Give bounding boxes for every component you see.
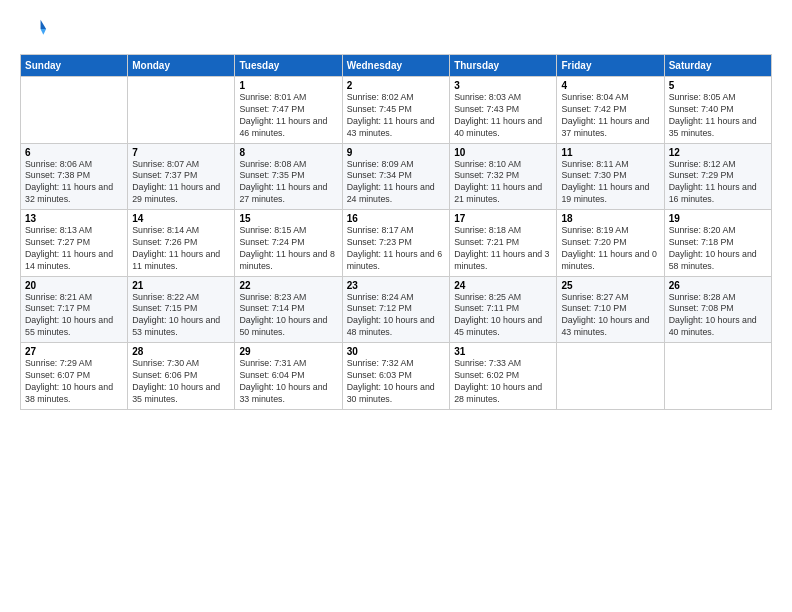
day-number: 12	[669, 147, 767, 158]
day-info: Sunrise: 8:11 AMSunset: 7:30 PMDaylight:…	[561, 159, 659, 207]
day-info: Sunrise: 8:17 AMSunset: 7:23 PMDaylight:…	[347, 225, 445, 273]
calendar-cell: 14Sunrise: 8:14 AMSunset: 7:26 PMDayligh…	[128, 210, 235, 277]
day-info: Sunrise: 8:10 AMSunset: 7:32 PMDaylight:…	[454, 159, 552, 207]
calendar-cell: 20Sunrise: 8:21 AMSunset: 7:17 PMDayligh…	[21, 276, 128, 343]
day-info: Sunrise: 8:07 AMSunset: 7:37 PMDaylight:…	[132, 159, 230, 207]
calendar-cell	[21, 77, 128, 144]
calendar-cell: 9Sunrise: 8:09 AMSunset: 7:34 PMDaylight…	[342, 143, 449, 210]
svg-marker-1	[41, 29, 47, 35]
day-number: 4	[561, 80, 659, 91]
day-info: Sunrise: 8:23 AMSunset: 7:14 PMDaylight:…	[239, 292, 337, 340]
calendar-cell: 27Sunrise: 7:29 AMSunset: 6:07 PMDayligh…	[21, 343, 128, 410]
day-info: Sunrise: 8:14 AMSunset: 7:26 PMDaylight:…	[132, 225, 230, 273]
calendar-cell	[128, 77, 235, 144]
calendar-cell: 22Sunrise: 8:23 AMSunset: 7:14 PMDayligh…	[235, 276, 342, 343]
calendar-cell	[557, 343, 664, 410]
day-number: 22	[239, 280, 337, 291]
day-number: 3	[454, 80, 552, 91]
day-number: 31	[454, 346, 552, 357]
calendar-week-3: 13Sunrise: 8:13 AMSunset: 7:27 PMDayligh…	[21, 210, 772, 277]
calendar-cell: 15Sunrise: 8:15 AMSunset: 7:24 PMDayligh…	[235, 210, 342, 277]
calendar-cell: 26Sunrise: 8:28 AMSunset: 7:08 PMDayligh…	[664, 276, 771, 343]
calendar-cell: 1Sunrise: 8:01 AMSunset: 7:47 PMDaylight…	[235, 77, 342, 144]
weekday-header-wednesday: Wednesday	[342, 55, 449, 77]
calendar-cell: 25Sunrise: 8:27 AMSunset: 7:10 PMDayligh…	[557, 276, 664, 343]
day-info: Sunrise: 8:12 AMSunset: 7:29 PMDaylight:…	[669, 159, 767, 207]
day-info: Sunrise: 7:31 AMSunset: 6:04 PMDaylight:…	[239, 358, 337, 406]
calendar-week-2: 6Sunrise: 8:06 AMSunset: 7:38 PMDaylight…	[21, 143, 772, 210]
day-number: 16	[347, 213, 445, 224]
day-number: 24	[454, 280, 552, 291]
calendar-cell: 19Sunrise: 8:20 AMSunset: 7:18 PMDayligh…	[664, 210, 771, 277]
calendar-cell: 11Sunrise: 8:11 AMSunset: 7:30 PMDayligh…	[557, 143, 664, 210]
day-info: Sunrise: 8:19 AMSunset: 7:20 PMDaylight:…	[561, 225, 659, 273]
day-number: 25	[561, 280, 659, 291]
weekday-header-thursday: Thursday	[450, 55, 557, 77]
calendar-cell	[664, 343, 771, 410]
calendar-week-1: 1Sunrise: 8:01 AMSunset: 7:47 PMDaylight…	[21, 77, 772, 144]
day-number: 13	[25, 213, 123, 224]
calendar-cell: 16Sunrise: 8:17 AMSunset: 7:23 PMDayligh…	[342, 210, 449, 277]
day-info: Sunrise: 8:27 AMSunset: 7:10 PMDaylight:…	[561, 292, 659, 340]
calendar-cell: 10Sunrise: 8:10 AMSunset: 7:32 PMDayligh…	[450, 143, 557, 210]
weekday-header-saturday: Saturday	[664, 55, 771, 77]
day-info: Sunrise: 8:05 AMSunset: 7:40 PMDaylight:…	[669, 92, 767, 140]
calendar-table: SundayMondayTuesdayWednesdayThursdayFrid…	[20, 54, 772, 410]
day-number: 21	[132, 280, 230, 291]
day-info: Sunrise: 7:29 AMSunset: 6:07 PMDaylight:…	[25, 358, 123, 406]
day-number: 7	[132, 147, 230, 158]
day-info: Sunrise: 8:09 AMSunset: 7:34 PMDaylight:…	[347, 159, 445, 207]
day-info: Sunrise: 8:20 AMSunset: 7:18 PMDaylight:…	[669, 225, 767, 273]
day-number: 1	[239, 80, 337, 91]
day-info: Sunrise: 8:21 AMSunset: 7:17 PMDaylight:…	[25, 292, 123, 340]
day-number: 27	[25, 346, 123, 357]
calendar-cell: 30Sunrise: 7:32 AMSunset: 6:03 PMDayligh…	[342, 343, 449, 410]
day-number: 15	[239, 213, 337, 224]
day-info: Sunrise: 8:13 AMSunset: 7:27 PMDaylight:…	[25, 225, 123, 273]
day-info: Sunrise: 7:32 AMSunset: 6:03 PMDaylight:…	[347, 358, 445, 406]
header	[20, 16, 772, 44]
weekday-header-monday: Monday	[128, 55, 235, 77]
calendar-cell: 12Sunrise: 8:12 AMSunset: 7:29 PMDayligh…	[664, 143, 771, 210]
day-info: Sunrise: 8:22 AMSunset: 7:15 PMDaylight:…	[132, 292, 230, 340]
calendar-cell: 21Sunrise: 8:22 AMSunset: 7:15 PMDayligh…	[128, 276, 235, 343]
day-info: Sunrise: 8:04 AMSunset: 7:42 PMDaylight:…	[561, 92, 659, 140]
calendar-cell: 24Sunrise: 8:25 AMSunset: 7:11 PMDayligh…	[450, 276, 557, 343]
calendar-cell: 5Sunrise: 8:05 AMSunset: 7:40 PMDaylight…	[664, 77, 771, 144]
day-number: 10	[454, 147, 552, 158]
calendar-cell: 2Sunrise: 8:02 AMSunset: 7:45 PMDaylight…	[342, 77, 449, 144]
day-number: 5	[669, 80, 767, 91]
day-info: Sunrise: 7:30 AMSunset: 6:06 PMDaylight:…	[132, 358, 230, 406]
calendar-week-5: 27Sunrise: 7:29 AMSunset: 6:07 PMDayligh…	[21, 343, 772, 410]
weekday-header-friday: Friday	[557, 55, 664, 77]
day-number: 9	[347, 147, 445, 158]
calendar-cell: 18Sunrise: 8:19 AMSunset: 7:20 PMDayligh…	[557, 210, 664, 277]
calendar-cell: 7Sunrise: 8:07 AMSunset: 7:37 PMDaylight…	[128, 143, 235, 210]
day-number: 30	[347, 346, 445, 357]
calendar-cell: 23Sunrise: 8:24 AMSunset: 7:12 PMDayligh…	[342, 276, 449, 343]
day-number: 28	[132, 346, 230, 357]
day-number: 8	[239, 147, 337, 158]
day-number: 23	[347, 280, 445, 291]
calendar-cell: 29Sunrise: 7:31 AMSunset: 6:04 PMDayligh…	[235, 343, 342, 410]
day-info: Sunrise: 8:18 AMSunset: 7:21 PMDaylight:…	[454, 225, 552, 273]
weekday-header-tuesday: Tuesday	[235, 55, 342, 77]
day-number: 19	[669, 213, 767, 224]
day-number: 18	[561, 213, 659, 224]
day-number: 2	[347, 80, 445, 91]
day-info: Sunrise: 8:03 AMSunset: 7:43 PMDaylight:…	[454, 92, 552, 140]
calendar-cell: 8Sunrise: 8:08 AMSunset: 7:35 PMDaylight…	[235, 143, 342, 210]
day-number: 6	[25, 147, 123, 158]
day-number: 14	[132, 213, 230, 224]
day-info: Sunrise: 8:28 AMSunset: 7:08 PMDaylight:…	[669, 292, 767, 340]
calendar-cell: 3Sunrise: 8:03 AMSunset: 7:43 PMDaylight…	[450, 77, 557, 144]
day-number: 29	[239, 346, 337, 357]
day-info: Sunrise: 8:24 AMSunset: 7:12 PMDaylight:…	[347, 292, 445, 340]
weekday-header-row: SundayMondayTuesdayWednesdayThursdayFrid…	[21, 55, 772, 77]
day-info: Sunrise: 8:02 AMSunset: 7:45 PMDaylight:…	[347, 92, 445, 140]
day-info: Sunrise: 8:01 AMSunset: 7:47 PMDaylight:…	[239, 92, 337, 140]
day-info: Sunrise: 8:06 AMSunset: 7:38 PMDaylight:…	[25, 159, 123, 207]
calendar-cell: 4Sunrise: 8:04 AMSunset: 7:42 PMDaylight…	[557, 77, 664, 144]
svg-marker-0	[41, 20, 47, 29]
calendar-cell: 31Sunrise: 7:33 AMSunset: 6:02 PMDayligh…	[450, 343, 557, 410]
